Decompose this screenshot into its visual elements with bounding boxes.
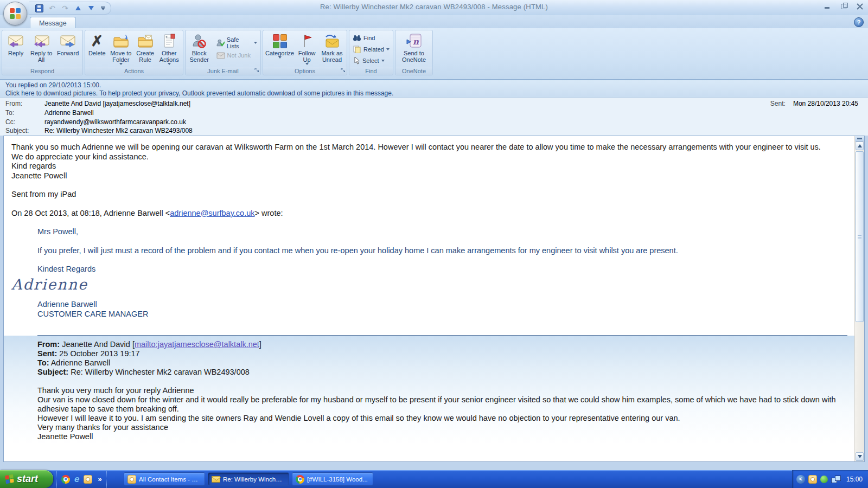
body-paragraph: Sent from my iPad: [11, 190, 847, 200]
subject-row: Subject: Re: Willerby Winchester Mk2 car…: [5, 127, 193, 136]
move-to-folder-button[interactable]: Move to Folder: [108, 31, 134, 67]
taskbar-button-browser[interactable]: [#WILL-3158] Wood...: [292, 472, 373, 486]
close-button[interactable]: [856, 3, 864, 10]
dialog-launcher-icon[interactable]: [341, 68, 346, 73]
chrome-icon[interactable]: [61, 475, 70, 484]
email-link[interactable]: adrienne@surfbay.co.uk: [170, 209, 254, 217]
onenote-icon: n: [406, 33, 422, 50]
mark-as-unread-button[interactable]: Mark as Unread: [318, 31, 346, 67]
quick-launch-overflow[interactable]: »: [98, 475, 101, 483]
split-handle[interactable]: [855, 136, 864, 142]
safe-lists-button[interactable]: Safe Lists: [214, 38, 259, 48]
related-label: Related: [363, 46, 384, 53]
other-actions-label: Other Actions: [157, 50, 181, 63]
system-tray: < 15:00: [792, 470, 868, 488]
not-junk-button[interactable]: Not Junk: [214, 50, 259, 61]
sent-label: Sent:: [770, 100, 786, 107]
cursor-icon: [353, 56, 360, 65]
delete-label: Delete: [88, 50, 106, 56]
actions-group-label: Actions: [85, 67, 183, 75]
scroll-down-button[interactable]: [856, 452, 864, 461]
forward-icon: [59, 33, 76, 50]
internet-explorer-icon[interactable]: e: [74, 474, 79, 485]
dialog-launcher-icon[interactable]: [254, 68, 259, 73]
select-label: Select: [362, 57, 379, 64]
title-bar: ↶ ↷ Re: Willerby Winchester Mk2 caravan …: [0, 0, 868, 16]
reply-all-icon: [33, 33, 50, 50]
scroll-up-button[interactable]: [856, 142, 864, 150]
network-icon[interactable]: [831, 476, 841, 483]
create-rule-icon: [137, 33, 154, 50]
reply-greeting: Mrs Powell,: [37, 227, 847, 237]
forward-label: Forward: [57, 50, 79, 56]
chevron-down-icon: [119, 63, 123, 65]
chrome-icon: [296, 475, 304, 484]
quoted-paragraph: However I will leave it to you. I am sen…: [37, 414, 844, 423]
reply-all-label: Reply to All: [29, 50, 53, 63]
replied-notice: You replied on 29/10/2013 15:00.: [5, 81, 868, 89]
outlook-icon: [127, 475, 136, 484]
down-arrow-icon: [858, 455, 862, 458]
vertical-scrollbar[interactable]: [854, 136, 864, 461]
scrollbar-thumb[interactable]: [856, 151, 864, 322]
quote-intro: On 28 Oct 2013, at 08:18, Adrienne Barwe…: [11, 209, 847, 219]
quick-launch: e »: [56, 470, 107, 488]
from-row: From: Jeanette And David [jayatjamesclos…: [5, 100, 190, 108]
forward-button[interactable]: Forward: [54, 31, 81, 67]
related-button[interactable]: Related: [350, 44, 392, 54]
reply-all-button[interactable]: Reply to All: [28, 31, 54, 67]
minimize-button[interactable]: [824, 3, 831, 10]
start-button[interactable]: start: [0, 470, 53, 488]
follow-up-icon: [301, 33, 314, 50]
help-button[interactable]: ?: [854, 17, 864, 27]
delete-button[interactable]: ✗ Delete: [86, 31, 108, 67]
select-button[interactable]: Select: [350, 55, 392, 66]
categorize-button[interactable]: Categorize: [264, 31, 295, 67]
quoted-paragraph: Very many thanks for your assistance: [37, 423, 844, 432]
other-actions-icon: [162, 33, 176, 50]
categorize-icon: [273, 34, 287, 48]
restore-button[interactable]: [840, 3, 847, 10]
info-bar: You replied on 29/10/2013 15:00. Click h…: [0, 80, 868, 98]
taskbar-button-message[interactable]: Re: Willerby Winches...: [208, 472, 289, 486]
block-sender-button[interactable]: Block Sender: [187, 31, 212, 67]
body-paragraph: Jeanette Powell: [11, 171, 847, 181]
tray-collapse-button[interactable]: <: [796, 475, 805, 484]
mark-as-unread-label: Mark as Unread: [320, 50, 344, 63]
outlook-icon[interactable]: [84, 475, 92, 484]
taskbar-button-contacts[interactable]: All Contact Items - Mi...: [124, 472, 205, 486]
body-paragraph: Kind regards: [11, 162, 847, 171]
ribbon-group-actions: ✗ Delete Move to Folder Create Rule Oth: [85, 30, 183, 75]
status-orb-icon[interactable]: [820, 476, 828, 483]
download-pictures-notice[interactable]: Click here to download pictures. To help…: [5, 89, 868, 98]
ribbon-group-options: Categorize Follow Up Mark as Unread Opti…: [263, 30, 347, 75]
options-group-label: Options: [263, 67, 347, 75]
quoted-subject: Subject: Re: Willerby Winchester Mk2 car…: [37, 368, 844, 377]
windows-logo-icon: [5, 474, 14, 484]
message-headers: From: Jeanette And David [jayatjamesclos…: [0, 98, 868, 136]
ribbon-group-onenote: n Send to OneNote OneNote: [395, 30, 433, 75]
reply-paragraph: If you prefer, I will just must a record…: [37, 246, 847, 256]
respond-group-label: Respond: [2, 67, 82, 75]
close-icon: [857, 3, 863, 10]
mailto-link[interactable]: mailto:jayatjamesclose@talktalk.net: [135, 340, 259, 349]
minimize-icon: [825, 7, 829, 9]
create-rule-label: Create Rule: [135, 50, 155, 63]
message-body-frame: Thank you so much Adrienne we will be op…: [3, 136, 865, 462]
signature-name: Adrienne Barwell: [37, 300, 847, 310]
subject-label: Subject:: [5, 127, 44, 136]
body-paragraph: Thank you so much Adrienne we will be op…: [11, 143, 847, 152]
tab-message[interactable]: Message: [30, 17, 76, 29]
reply-button[interactable]: Reply: [3, 31, 28, 67]
send-to-onenote-button[interactable]: n Send to OneNote: [397, 31, 431, 67]
create-rule-button[interactable]: Create Rule: [134, 31, 156, 67]
safe-lists-icon: [216, 38, 225, 47]
block-sender-icon: [192, 33, 207, 50]
office-button[interactable]: [3, 2, 27, 25]
chevron-down-icon: [168, 63, 171, 65]
follow-up-button[interactable]: Follow Up: [295, 31, 318, 67]
to-row: To: Adrienne Barwell: [5, 109, 94, 118]
outlook-reminder-icon[interactable]: [808, 475, 817, 484]
other-actions-button[interactable]: Other Actions: [156, 31, 182, 67]
find-button[interactable]: Find: [350, 33, 392, 43]
